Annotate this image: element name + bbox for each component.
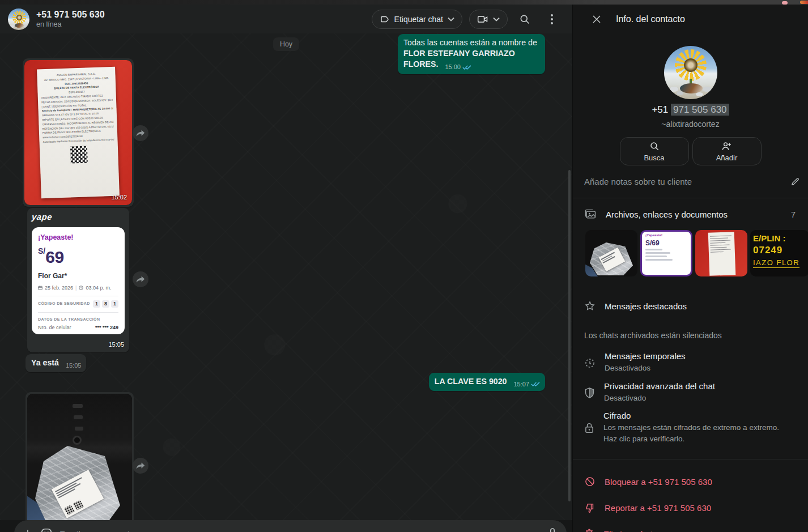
calendar-icon: [38, 286, 42, 290]
block-contact-button[interactable]: Bloquear a +51 971 505 630: [573, 469, 808, 495]
delete-chat-button[interactable]: Eliminar chat: [573, 521, 808, 532]
yape-title: ¡Yapeaste!: [38, 233, 118, 242]
advanced-privacy-status: Desactivado: [604, 393, 715, 404]
message-ya-esta[interactable]: Ya está 15:05: [25, 354, 86, 372]
package-photo-background: [27, 394, 132, 520]
search-contact-button[interactable]: Busca: [620, 137, 689, 165]
message-time: 15:02: [111, 193, 127, 202]
label-icon: [380, 14, 390, 24]
archived-chats-note: Los chats archivados están silenciados: [573, 331, 808, 340]
message-text: LA CLAVE ES 9020: [435, 377, 507, 386]
add-contact-button[interactable]: Añadir: [692, 137, 762, 165]
contact-actions: Busca Añadir: [573, 137, 808, 165]
report-contact-button[interactable]: Reportar a +51 971 505 630: [573, 495, 808, 521]
edit-pencil-icon[interactable]: [790, 177, 800, 186]
yape-logo: yape: [31, 211, 53, 223]
search-icon: [649, 141, 660, 151]
contact-username: ~alixtiradocortez: [573, 120, 808, 129]
window-corner-accent: [800, 1, 808, 4]
thumbs-down-icon: [584, 503, 596, 513]
shield-icon: [584, 382, 595, 404]
whatsapp-window: +51 971 505 630 en línea Etiquetar chat: [0, 0, 808, 532]
package-photo[interactable]: [27, 394, 132, 520]
attach-plus-icon[interactable]: [22, 528, 33, 532]
message-time: 15:00: [445, 63, 461, 71]
encryption-label: Cifrado: [603, 411, 790, 420]
advanced-privacy-row[interactable]: Privacidad avanzada del chat Desactivado: [573, 381, 808, 404]
message-text: Ya está: [31, 358, 59, 367]
receipt-paper: AVALON EMPRESARIAL S.A.C. AV. MEXICO NRO…: [37, 67, 120, 199]
contact-phone: +51 971 505 630: [573, 104, 808, 116]
contact-info-panel: Info. del contacto +51 971 505 630 ~alix…: [572, 5, 808, 532]
lock-icon: [584, 412, 594, 444]
block-contact-label: Bloquear a +51 971 505 630: [605, 477, 712, 487]
advanced-privacy-label: Privacidad avanzada del chat: [604, 381, 715, 391]
phone-prefix: +51: [652, 104, 668, 115]
media-files-label: Archivos, enlaces y documentos: [606, 210, 782, 219]
chat-scrollbar[interactable]: [568, 170, 571, 501]
close-icon[interactable]: [589, 11, 605, 27]
contact-avatar-large[interactable]: [664, 46, 717, 99]
media-files-row[interactable]: Archivos, enlaces y documentos 7: [573, 198, 808, 230]
message-time: 15:05: [108, 341, 124, 349]
conversation-area: Hoy Todas las cuentas están a nombre de …: [0, 33, 572, 520]
message-time: 15:05: [66, 361, 82, 370]
chevron-down-icon: [448, 17, 454, 22]
report-contact-label: Reportar a +51 971 505 630: [605, 503, 711, 513]
message-input[interactable]: Escribe un mensaje: [59, 529, 541, 532]
message-text-line1: Todas las cuentas están a nombre de: [403, 37, 540, 48]
label-chat-text: Etiquetar chat: [394, 15, 443, 24]
yape-security-code: 1 8 1: [93, 300, 118, 308]
yape-receipt-card: ¡Yapeaste! S/69 Flor Gar* 25 feb. 2026 |: [32, 227, 125, 334]
starred-messages-row[interactable]: Mensajes destacados: [573, 295, 808, 317]
starred-messages-label: Mensajes destacados: [605, 301, 687, 311]
read-receipt-icon: [531, 381, 540, 387]
phone-number-selected[interactable]: 971 505 630: [671, 104, 729, 116]
microphone-icon[interactable]: [547, 527, 558, 532]
media-thumb-plin[interactable]: E/PLIN : 07249 IAZO FLOR: [750, 230, 808, 276]
forward-message-button[interactable]: [133, 125, 148, 141]
search-button-label: Busca: [644, 154, 664, 162]
disappearing-messages-label: Mensajes temporales: [605, 351, 686, 361]
client-notes-row[interactable]: Añade notas sobre tu cliente: [573, 177, 808, 186]
person-add-icon: [721, 141, 733, 151]
contact-header-text[interactable]: +51 971 505 630 en línea: [36, 10, 105, 28]
avatar-image: [8, 8, 29, 30]
clock-icon: [79, 286, 83, 290]
encryption-row[interactable]: Cifrado Los mensajes están cifrados de e…: [573, 411, 808, 444]
message-clave[interactable]: LA CLAVE ES 9020 15:07: [429, 373, 545, 391]
danger-actions: Bloquear a +51 971 505 630 Reportar a +5…: [573, 469, 808, 532]
receipt-photo[interactable]: AVALON EMPRESARIAL S.A.C. AV. MEXICO NRO…: [24, 60, 132, 205]
add-button-label: Añadir: [716, 154, 738, 162]
label-chat-button[interactable]: Etiquetar chat: [372, 10, 462, 29]
read-receipt-icon: [462, 65, 471, 70]
media-thumbnails: ¡Yapeaste! S/69 E/PLIN : 07249 IAZO FLOR: [573, 230, 808, 276]
contact-avatar[interactable]: [8, 8, 29, 30]
message-receipt-image[interactable]: AVALON EMPRESARIAL S.A.C. AV. MEXICO NRO…: [23, 58, 134, 207]
search-in-chat-button[interactable]: [514, 9, 535, 29]
forward-message-button[interactable]: [133, 271, 148, 287]
yape-amount: S/69: [38, 246, 118, 269]
disappearing-messages-row[interactable]: Mensajes temporales Desactivados: [573, 351, 808, 374]
contact-name: +51 971 505 630: [36, 10, 105, 20]
media-thumb-package[interactable]: [585, 230, 637, 276]
encryption-description: Los mensajes están cifrados de extremo a…: [603, 422, 790, 444]
forward-message-button[interactable]: [133, 458, 148, 474]
emoji-icon[interactable]: [40, 527, 53, 532]
video-call-button[interactable]: [469, 10, 508, 29]
media-thumb-yape[interactable]: ¡Yapeaste! S/69: [640, 230, 692, 276]
message-package-image[interactable]: [25, 392, 134, 520]
message-composer[interactable]: Escribe un mensaje: [14, 520, 567, 532]
media-thumb-receipt[interactable]: [695, 230, 747, 276]
timer-icon: [584, 352, 596, 374]
yape-transaction-label: DATOS DE LA TRANSACCIÓN: [38, 317, 118, 322]
video-camera-icon: [477, 15, 488, 24]
notes-placeholder: Añade notas sobre tu cliente: [584, 177, 692, 186]
message-time: 15:07: [513, 380, 529, 389]
window-top-strip: [0, 0, 808, 5]
chat-menu-button[interactable]: [542, 9, 562, 29]
message-accounts-banner[interactable]: Todas las cuentas están a nombre de FLOR…: [398, 34, 545, 74]
trash-icon: [584, 528, 594, 532]
message-yape-card[interactable]: yape ¡Yapeaste! S/69 Flor Gar* 25 feb. 2…: [27, 208, 129, 352]
star-icon: [584, 300, 596, 312]
